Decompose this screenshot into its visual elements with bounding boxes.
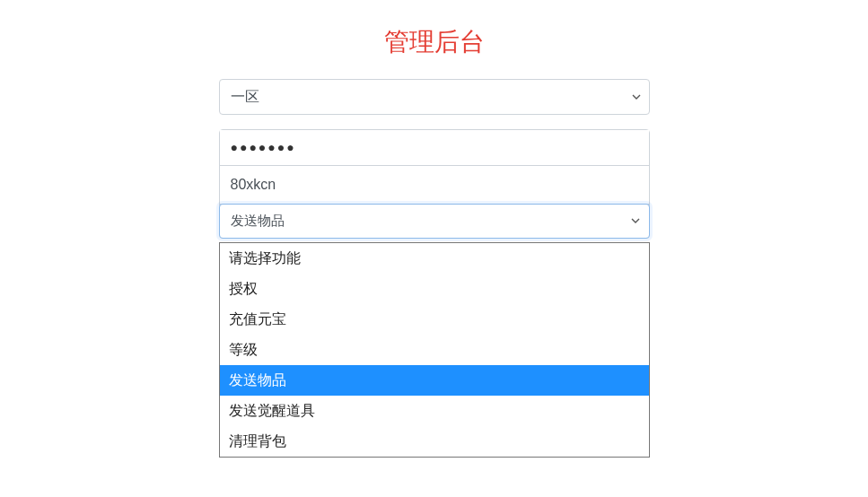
zone-select-wrapper: 一区	[219, 79, 650, 115]
function-dropdown: 请选择功能 授权 充值元宝 等级 发送物品 发送觉醒道具 清理背包	[219, 242, 650, 458]
function-select-wrapper: 发送物品 请选择功能 授权 充值元宝 等级 发送物品 发送觉醒道具 清理背包	[220, 204, 649, 239]
username-field[interactable]	[220, 166, 649, 205]
function-option[interactable]: 发送物品	[220, 365, 649, 396]
function-option[interactable]: 充值元宝	[220, 304, 649, 335]
function-option[interactable]: 授权	[220, 274, 649, 304]
function-option[interactable]: 发送觉醒道具	[220, 396, 649, 426]
function-option[interactable]: 请选择功能	[220, 243, 649, 274]
function-option[interactable]: 清理背包	[220, 426, 649, 457]
function-option[interactable]: 等级	[220, 335, 649, 365]
page-title: 管理后台	[219, 25, 650, 59]
credentials-group: ●●●●●●● 发送物品 请选择功能 授权 充值元宝 等级 发送物品 发送觉醒道…	[219, 129, 650, 239]
zone-select[interactable]: 一区	[219, 79, 650, 115]
function-select[interactable]: 发送物品	[219, 204, 650, 239]
password-field[interactable]: ●●●●●●●	[220, 130, 649, 166]
